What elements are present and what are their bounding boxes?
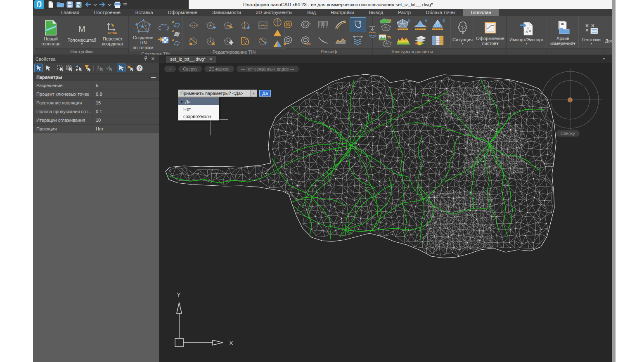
new-topoplan-button[interactable]: Новый топоплан xyxy=(36,18,65,47)
close-icon[interactable]: ✕ xyxy=(149,56,156,62)
profile-gray-icon[interactable] xyxy=(332,33,349,48)
ucs-icon[interactable]: Y X xyxy=(159,286,250,358)
command-caret-icon[interactable]: ▾ xyxy=(250,90,257,97)
property-value[interactable]: 5 xyxy=(92,83,159,88)
импорт/экспорт-button[interactable]: Импорт/Экспорт▾ xyxy=(508,20,545,46)
ribbon-tab-вид[interactable]: Вид xyxy=(300,9,323,16)
contour-100-icon[interactable]: 100 xyxy=(298,33,314,48)
ribbon-tab-построение[interactable]: Построение xyxy=(87,9,128,16)
property-value[interactable]: Нет xyxy=(92,126,159,131)
topomasshtab-button[interactable]: M Топомасштаб ▾ xyxy=(66,19,98,46)
hatch-ticks-icon[interactable] xyxy=(315,17,331,32)
tin-del-line-icon[interactable] xyxy=(185,33,202,48)
linked-views-control[interactable]: — нет связанных видов — xyxy=(237,66,299,72)
tin-add-icon[interactable] xyxy=(203,18,219,33)
ribbon-tab-главная[interactable]: Главная xyxy=(54,9,87,16)
check-select-icon[interactable] xyxy=(104,64,113,72)
raise-select-icon[interactable] xyxy=(95,64,104,72)
ribbon-tab-настройки[interactable]: Настройки xyxy=(323,9,361,16)
viewport-plus-control[interactable]: + xyxy=(164,66,176,72)
pin-icon[interactable] xyxy=(142,56,149,62)
ribbon-tab-3d-инструменты[interactable]: 3D-инструменты xyxy=(249,9,300,16)
delete-select-icon[interactable] xyxy=(126,64,135,72)
command-option[interactable]: ■Да xyxy=(178,98,219,105)
ribbon-tab-топоплан[interactable]: Топоплан xyxy=(463,9,499,16)
cloud-mesh-green-icon[interactable] xyxy=(378,17,394,32)
rainbow-mountain-icon[interactable] xyxy=(395,33,412,48)
mesh-ruler-v-icon[interactable]: V xyxy=(395,17,412,32)
navigation-wheel[interactable] xyxy=(537,66,603,134)
box-select-icon[interactable] xyxy=(56,64,64,72)
contour-box-selected-icon[interactable] xyxy=(350,17,366,32)
доп-button[interactable]: Доп xyxy=(606,21,612,44)
ribbon-tab-оформление[interactable]: Оформление xyxy=(161,9,205,16)
cone-s-icon[interactable]: S xyxy=(430,17,446,32)
ribbon-tab-растр[interactable]: Растр xyxy=(391,9,418,16)
caret-down-icon[interactable] xyxy=(108,0,111,9)
архив-button[interactable]: Архив измерений▾ xyxy=(549,19,577,47)
square-dashed-icon[interactable] xyxy=(255,18,271,33)
command-prompt-box[interactable]: Применить параметры? <Да> ▾ xyxy=(178,90,257,97)
forward-arrow-icon[interactable] xyxy=(99,0,106,9)
геоточки-button[interactable]: Геоточки▾ xyxy=(581,20,602,46)
select-icon[interactable] xyxy=(43,64,52,72)
contour-orange-icon[interactable] xyxy=(280,17,297,32)
point-cloud-icon[interactable] xyxy=(156,21,170,34)
property-value[interactable]: 0.8 xyxy=(92,92,159,97)
contour-break-icon[interactable] xyxy=(298,17,314,32)
document-tab[interactable]: set_iz_txt__.dwg* ✕ xyxy=(166,55,216,63)
swap-select-icon[interactable] xyxy=(74,64,83,72)
visual-style-control[interactable]: 2D-каркас xyxy=(204,66,234,72)
ситуация-button[interactable]: Ситуация▾ xyxy=(453,20,472,46)
tin-line-add2-icon[interactable] xyxy=(255,33,271,48)
waves-arrows-icon[interactable] xyxy=(350,33,366,48)
save-icon[interactable] xyxy=(66,0,73,9)
tin-del-icon[interactable] xyxy=(203,33,219,48)
box-select-partial-icon[interactable] xyxy=(65,64,73,72)
view-orientation-control[interactable]: Сверху xyxy=(178,66,202,72)
pereschet-koordinat-button[interactable]: EPSG Пересчёт координат xyxy=(99,18,127,47)
checker-import-icon[interactable] xyxy=(156,34,170,47)
table-color-icon[interactable] xyxy=(430,33,446,48)
layers-gray-icon[interactable] xyxy=(412,33,429,48)
tab-list-caret-icon[interactable]: ▾ xyxy=(603,57,605,61)
surface-small-2-icon[interactable] xyxy=(171,30,181,38)
drawing-viewport[interactable]: +Сверху2D-каркас— нет связанных видов — … xyxy=(159,63,612,362)
ribbon-tab-облака точек[interactable]: Облака точек xyxy=(418,9,463,16)
оформление-button[interactable]: Оформление листов▾ xyxy=(476,19,504,47)
collapse-icon[interactable]: — xyxy=(151,75,156,80)
slope-ticks-icon[interactable] xyxy=(315,33,331,48)
help-icon[interactable]: ? xyxy=(135,64,144,72)
params-section-header[interactable]: Параметры — xyxy=(33,73,159,81)
ribbon-tab-зависимости[interactable]: Зависимости xyxy=(205,9,249,16)
image-mesh-icon[interactable] xyxy=(378,33,394,48)
caret-down-icon[interactable] xyxy=(93,0,97,9)
command-option[interactable]: сохрпоУмолч xyxy=(178,113,219,120)
tab-close-icon[interactable]: ✕ xyxy=(209,57,212,62)
ribbon-tab-вывод[interactable]: Вывод xyxy=(361,9,391,16)
surface-small-1-icon[interactable] xyxy=(171,21,181,29)
property-value[interactable]: 0.1 xyxy=(92,109,159,114)
cone-ruler-v-icon[interactable]: V xyxy=(412,17,429,32)
property-value[interactable]: 10 xyxy=(92,118,159,123)
surface-small-3-icon[interactable] xyxy=(171,39,181,47)
print-icon[interactable] xyxy=(113,0,121,9)
collapse-icon[interactable] xyxy=(123,0,127,9)
tin-edit-icon[interactable] xyxy=(220,18,237,33)
property-value[interactable]: 15 xyxy=(92,100,159,105)
tin-area-fill-icon[interactable] xyxy=(237,33,254,48)
save-all-icon[interactable] xyxy=(75,0,83,9)
back-arrow-icon[interactable] xyxy=(84,0,92,9)
create-tin-by-points-button[interactable]: Создание TIN по точкам xyxy=(130,17,156,51)
tin-line-add-icon[interactable] xyxy=(237,18,254,33)
contour-x-icon[interactable] xyxy=(280,33,297,48)
tin-rhomb-dashed-icon[interactable] xyxy=(185,18,202,33)
open-folder-icon[interactable] xyxy=(56,0,64,9)
tin-move-icon[interactable] xyxy=(220,33,237,48)
new-doc-icon[interactable] xyxy=(47,0,54,9)
select-add-icon[interactable] xyxy=(34,64,43,72)
filter-select-icon[interactable] xyxy=(83,64,92,72)
command-option[interactable]: Нет xyxy=(178,105,219,113)
command-ok-button[interactable]: Да xyxy=(259,90,271,97)
ribbon-tab-вставка[interactable]: Вставка xyxy=(128,9,161,16)
